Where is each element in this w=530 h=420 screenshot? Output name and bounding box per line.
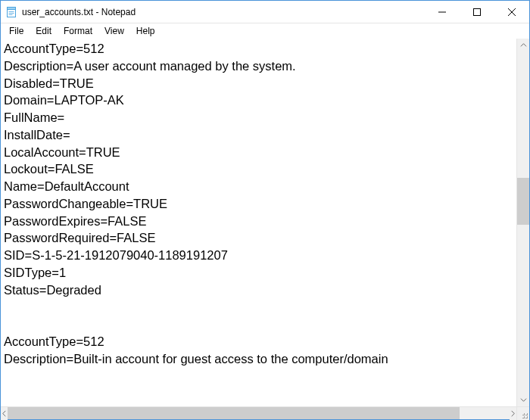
window-controls	[425, 1, 529, 23]
titlebar-left: user_accounts.txt - Notepad	[1, 6, 425, 18]
menubar: File Edit Format View Help	[1, 23, 529, 39]
notepad-window: user_accounts.txt - Notepad File Edit Fo…	[0, 0, 530, 420]
scroll-down-button[interactable]	[517, 394, 529, 406]
maximize-button[interactable]	[460, 1, 494, 23]
menu-view[interactable]: View	[99, 25, 129, 37]
horizontal-scroll-thumb[interactable]	[8, 407, 460, 419]
horizontal-scrollbar[interactable]	[1, 407, 516, 419]
minimize-button[interactable]	[425, 1, 460, 23]
notepad-icon	[5, 6, 17, 18]
window-title: user_accounts.txt - Notepad	[22, 7, 136, 17]
vertical-scroll-thumb[interactable]	[517, 178, 529, 225]
vertical-scrollbar[interactable]	[516, 39, 529, 406]
menu-format[interactable]: Format	[58, 25, 98, 37]
scroll-up-button[interactable]	[517, 39, 529, 51]
horizontal-scroll-track[interactable]	[8, 407, 510, 419]
close-button[interactable]	[494, 1, 529, 23]
resize-grip[interactable]	[516, 407, 529, 420]
scroll-right-button[interactable]	[510, 407, 516, 420]
bottom-row	[1, 406, 529, 419]
scroll-left-button[interactable]	[1, 407, 8, 420]
svg-rect-1	[8, 7, 16, 9]
body-area: AccountType=512 Description=A user accou…	[1, 39, 529, 406]
menu-help[interactable]: Help	[131, 25, 161, 37]
titlebar[interactable]: user_accounts.txt - Notepad	[1, 1, 529, 23]
menu-edit[interactable]: Edit	[30, 25, 57, 37]
svg-rect-6	[474, 8, 481, 15]
text-area[interactable]: AccountType=512 Description=A user accou…	[1, 39, 516, 406]
vertical-scroll-track[interactable]	[517, 51, 529, 394]
menu-file[interactable]: File	[4, 25, 29, 37]
